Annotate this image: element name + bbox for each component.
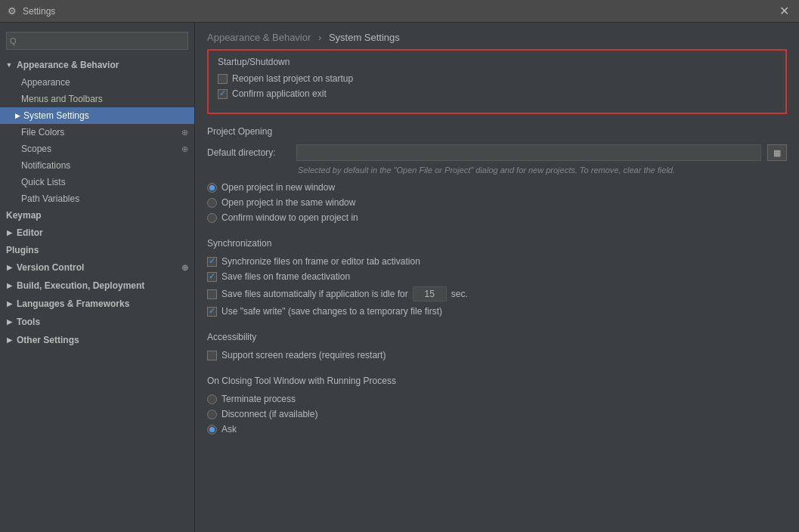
startup-shutdown-section: Startup/Shutdown Reopen last project on …: [207, 49, 787, 114]
screen-readers-label[interactable]: Support screen readers (requires restart…: [221, 350, 386, 360]
search-box[interactable]: Q: [6, 32, 188, 50]
default-directory-label: Default directory:: [207, 147, 290, 158]
confirm-window-label[interactable]: Confirm window to open project in: [221, 212, 358, 223]
save-on-deactivation-row: Save files on frame deactivation: [207, 271, 787, 282]
add-icon-scopes: ⊕: [181, 144, 188, 154]
save-auto-label[interactable]: Save files automatically if application …: [221, 289, 408, 299]
sidebar-section-tools[interactable]: ▶ Tools: [0, 313, 194, 331]
build-label: Build, Execution, Deployment: [17, 280, 144, 291]
sidebar-section-version-control[interactable]: ▶ Version Control ⊕: [0, 258, 194, 277]
chevron-right-lang-icon: ▶: [3, 298, 15, 310]
confirm-exit-row: Confirm application exit: [218, 88, 776, 99]
save-auto-seconds-input[interactable]: [413, 286, 447, 302]
default-directory-row: Default directory: ▦: [207, 144, 787, 161]
add-icon: ⊕: [181, 128, 188, 138]
settings-content: Startup/Shutdown Reopen last project on …: [195, 49, 799, 462]
sync-files-checkbox[interactable]: [207, 257, 217, 267]
project-opening-section: Project Opening Default directory: ▦ Sel…: [207, 126, 787, 223]
main-container: Q ▼ Appearance & Behavior Appearance Men…: [0, 23, 799, 532]
languages-label: Languages & Frameworks: [17, 298, 129, 309]
sidebar-item-notifications[interactable]: Notifications: [0, 157, 194, 174]
confirm-window-radio[interactable]: [207, 213, 217, 223]
content-area: Appearance & Behavior › System Settings …: [195, 23, 799, 532]
confirm-window-row: Confirm window to open project in: [207, 212, 787, 223]
terminate-radio[interactable]: [207, 394, 217, 404]
disconnect-row: Disconnect (if available): [207, 409, 787, 419]
chevron-right-vc-icon: ▶: [3, 261, 15, 274]
save-on-deactivation-label[interactable]: Save files on frame deactivation: [221, 271, 350, 282]
sidebar-item-system-settings[interactable]: ▶ System Settings: [0, 107, 194, 124]
sidebar-section-languages[interactable]: ▶ Languages & Frameworks: [0, 295, 194, 313]
open-new-window-row: Open project in new window: [207, 182, 787, 193]
screen-readers-checkbox[interactable]: [207, 351, 217, 360]
close-button[interactable]: ✕: [775, 2, 793, 20]
open-same-window-label[interactable]: Open project in the same window: [221, 197, 355, 208]
chevron-right-tools-icon: ▶: [3, 316, 15, 328]
sidebar-item-file-colors[interactable]: File Colors ⊕: [0, 124, 194, 141]
safe-write-row: Use "safe write" (save changes to a temp…: [207, 306, 787, 317]
vc-add-icon: ⊕: [181, 263, 188, 273]
safe-write-checkbox[interactable]: [207, 307, 217, 317]
browse-button[interactable]: ▦: [767, 144, 787, 161]
sidebar-item-menus-toolbars[interactable]: Menus and Toolbars: [0, 91, 194, 107]
sidebar-section-build[interactable]: ▶ Build, Execution, Deployment: [0, 277, 194, 295]
save-auto-checkbox[interactable]: [207, 289, 217, 299]
ask-radio[interactable]: [207, 425, 217, 435]
disconnect-radio[interactable]: [207, 410, 217, 419]
open-new-window-radio[interactable]: [207, 183, 217, 193]
search-icon: Q: [10, 36, 17, 45]
tools-label: Tools: [17, 317, 40, 327]
window-title: Settings: [23, 6, 775, 17]
sync-files-label[interactable]: Synchronize files on frame or editor tab…: [221, 256, 420, 267]
keymap-label: Keymap: [6, 210, 42, 221]
project-opening-title: Project Opening: [207, 126, 787, 137]
plugins-label: Plugins: [6, 245, 39, 255]
reopen-last-project-label[interactable]: Reopen last project on startup: [232, 73, 353, 84]
terminate-row: Terminate process: [207, 394, 787, 404]
search-input[interactable]: [6, 32, 188, 50]
save-auto-row: Save files automatically if application …: [207, 286, 787, 302]
accessibility-section: Accessibility Support screen readers (re…: [207, 332, 787, 360]
sidebar-section-other-settings[interactable]: ▶ Other Settings: [0, 331, 194, 349]
chevron-right-build-icon: ▶: [3, 280, 15, 292]
screen-readers-row: Support screen readers (requires restart…: [207, 350, 787, 360]
sidebar-section-appearance-behavior[interactable]: ▼ Appearance & Behavior: [0, 56, 194, 74]
reopen-last-project-checkbox[interactable]: [218, 74, 228, 84]
chevron-right-editor-icon: ▶: [3, 227, 15, 239]
sidebar: Q ▼ Appearance & Behavior Appearance Men…: [0, 23, 195, 532]
project-opening-hint: Selected by default in the "Open File or…: [298, 165, 787, 175]
ask-label[interactable]: Ask: [221, 424, 237, 435]
ask-row: Ask: [207, 424, 787, 435]
sidebar-item-quick-lists[interactable]: Quick Lists: [0, 174, 194, 190]
appearance-behavior-label: Appearance & Behavior: [17, 60, 119, 70]
open-new-window-label[interactable]: Open project in new window: [221, 182, 335, 193]
editor-label: Editor: [17, 227, 43, 238]
closing-tool-window-title: On Closing Tool Window with Running Proc…: [207, 376, 787, 386]
sidebar-item-scopes[interactable]: Scopes ⊕: [0, 141, 194, 157]
sidebar-section-keymap[interactable]: Keymap: [0, 207, 194, 224]
chevron-down-icon: ▼: [3, 59, 15, 71]
seconds-label: sec.: [451, 289, 468, 299]
startup-shutdown-title: Startup/Shutdown: [218, 57, 776, 67]
confirm-exit-label[interactable]: Confirm application exit: [232, 88, 327, 99]
default-directory-input[interactable]: [296, 144, 761, 161]
sidebar-section-plugins[interactable]: Plugins: [0, 242, 194, 258]
synchronization-section: Synchronization Synchronize files on fra…: [207, 238, 787, 317]
disconnect-label[interactable]: Disconnect (if available): [221, 409, 317, 419]
reopen-last-project-row: Reopen last project on startup: [218, 73, 776, 84]
sidebar-item-path-variables[interactable]: Path Variables: [0, 190, 194, 207]
save-on-deactivation-checkbox[interactable]: [207, 272, 217, 282]
confirm-exit-checkbox[interactable]: [218, 89, 228, 99]
other-settings-label: Other Settings: [17, 335, 79, 345]
open-same-window-radio[interactable]: [207, 198, 217, 208]
synchronization-title: Synchronization: [207, 238, 787, 249]
open-same-window-row: Open project in the same window: [207, 197, 787, 208]
sidebar-section-editor[interactable]: ▶ Editor: [0, 224, 194, 242]
chevron-right-other-icon: ▶: [3, 334, 15, 346]
sidebar-item-appearance[interactable]: Appearance: [0, 74, 194, 91]
safe-write-label[interactable]: Use "safe write" (save changes to a temp…: [221, 306, 442, 317]
accessibility-title: Accessibility: [207, 332, 787, 342]
terminate-label[interactable]: Terminate process: [221, 394, 296, 404]
closing-tool-window-section: On Closing Tool Window with Running Proc…: [207, 376, 787, 435]
title-bar: ⚙ Settings ✕: [0, 0, 799, 23]
